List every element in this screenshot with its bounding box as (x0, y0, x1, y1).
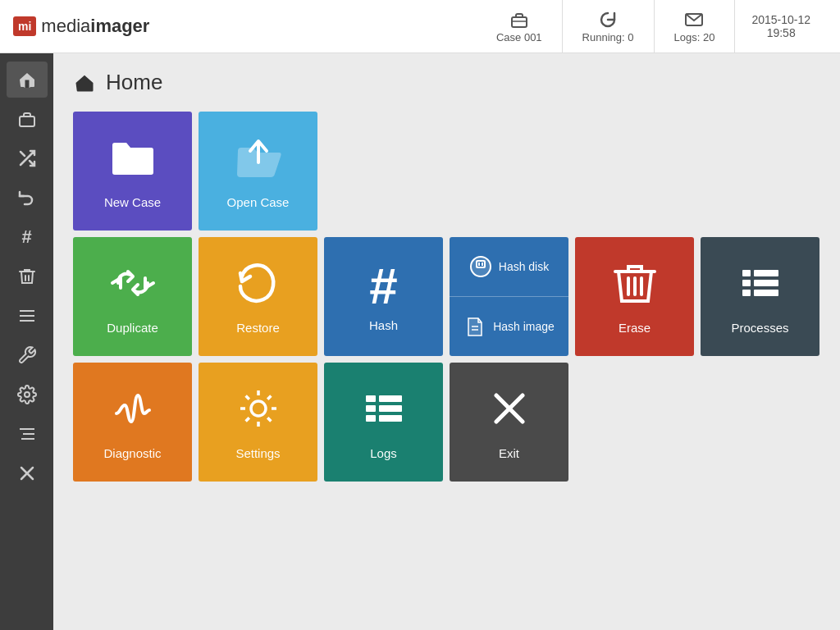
duplicate-svg (108, 258, 158, 308)
header: mi mediaimager Case 001 Running: 0 (0, 0, 840, 53)
exit-icon (485, 384, 534, 440)
svg-rect-37 (379, 405, 402, 412)
svg-rect-36 (366, 405, 376, 412)
sidebar-item-home[interactable] (7, 62, 48, 98)
logs-indicator[interactable]: Logs: 20 (655, 0, 736, 53)
duplicate-tile[interactable]: Duplicate (73, 237, 192, 356)
hash-sidebar-icon: # (21, 226, 31, 248)
svg-rect-5 (20, 315, 34, 317)
page-title: Home (106, 70, 162, 95)
running-icon (598, 10, 618, 30)
exit-label: Exit (499, 446, 519, 460)
sidebar-item-trash[interactable] (7, 258, 48, 294)
open-case-label: Open Case (227, 195, 290, 209)
svg-rect-19 (478, 262, 480, 266)
logs-tile-label: Logs (370, 446, 397, 460)
svg-rect-27 (742, 270, 751, 276)
logo-text: mediaimager (41, 16, 149, 37)
trash-sidebar-icon (17, 267, 37, 286)
case-label: Case 001 (496, 31, 542, 43)
svg-rect-32 (754, 290, 778, 296)
open-case-svg (234, 133, 283, 182)
running-indicator[interactable]: Running: 0 (563, 0, 655, 53)
logs-icon (684, 10, 704, 30)
svg-rect-29 (742, 280, 751, 286)
diagnostic-svg (108, 384, 158, 433)
processes-icon (736, 258, 785, 314)
new-case-svg (108, 133, 158, 182)
sidebar-item-list-indent[interactable] (7, 416, 48, 452)
hash-image-icon (463, 315, 486, 338)
exit-tile[interactable]: Exit (450, 363, 568, 482)
restore-label: Restore (236, 321, 280, 335)
logo-icon: mi (13, 16, 36, 36)
hash-image-label: Hash image (493, 320, 555, 333)
open-case-icon (234, 133, 283, 189)
shuffle-icon (17, 148, 37, 168)
hash-label: Hash (369, 318, 398, 332)
undo-icon (17, 188, 37, 208)
sidebar-item-list[interactable] (7, 298, 48, 334)
home-icon (17, 70, 37, 89)
hash-disk-top: Hash disk (450, 237, 568, 297)
svg-rect-39 (379, 415, 402, 422)
diagnostic-tile[interactable]: Diagnostic (73, 363, 192, 482)
sidebar-item-hash[interactable]: # (7, 219, 48, 255)
hash-tile[interactable]: # Hash (324, 237, 443, 356)
restore-icon (234, 258, 283, 314)
tile-row-1: New Case Open Case (73, 112, 820, 231)
sidebar-item-close[interactable] (7, 455, 48, 491)
logs-tile[interactable]: Logs (324, 363, 443, 482)
svg-rect-8 (20, 428, 34, 430)
diagnostic-label: Diagnostic (103, 446, 161, 460)
svg-rect-28 (754, 270, 778, 276)
new-case-tile[interactable]: New Case (73, 112, 192, 231)
open-case-tile[interactable]: Open Case (199, 112, 317, 231)
hash-disk-image-tile[interactable]: Hash disk Hash image (450, 237, 568, 356)
sidebar: # (0, 53, 53, 630)
sidebar-item-wrench[interactable] (7, 337, 48, 373)
svg-rect-30 (754, 280, 778, 286)
close-sidebar-icon (17, 463, 37, 483)
hash-disk-label: Hash disk (499, 260, 549, 273)
sidebar-item-briefcase[interactable] (7, 101, 48, 137)
svg-rect-20 (482, 262, 483, 266)
logs-svg (359, 384, 409, 433)
page-header: Home (73, 70, 820, 95)
hash-disk-icon (469, 255, 492, 278)
main-content: Home New Case (53, 53, 840, 630)
time: 19:58 (767, 26, 796, 39)
date: 2015-10-12 (751, 13, 810, 26)
svg-rect-31 (742, 290, 751, 296)
settings-tile[interactable]: Settings (199, 363, 317, 482)
erase-svg (610, 258, 660, 308)
erase-label: Erase (619, 321, 651, 335)
erase-tile[interactable]: Erase (575, 237, 694, 356)
settings-tile-icon (234, 384, 283, 440)
processes-tile[interactable]: Processes (701, 237, 819, 356)
settings-sidebar-icon (17, 385, 37, 404)
running-label: Running: 0 (582, 31, 634, 43)
processes-svg (736, 258, 785, 308)
restore-tile[interactable]: Restore (199, 237, 317, 356)
sidebar-item-shuffle[interactable] (7, 140, 48, 176)
hash-icon: # (369, 261, 397, 312)
logs-label: Logs: 20 (674, 31, 715, 43)
new-case-label: New Case (104, 195, 161, 209)
case-indicator[interactable]: Case 001 (477, 0, 563, 53)
sidebar-item-undo[interactable] (7, 180, 48, 216)
tile-grid: New Case Open Case (73, 112, 820, 482)
header-right: Case 001 Running: 0 Logs: 20 2015-10-12 … (477, 0, 827, 53)
home-page-icon (73, 71, 96, 94)
restore-svg (234, 258, 283, 308)
tile-row-2: Duplicate Restore # Hash (73, 237, 820, 356)
svg-rect-6 (20, 320, 34, 322)
wrench-icon (17, 345, 37, 365)
settings-tile-label: Settings (235, 446, 280, 460)
briefcase-icon (509, 10, 529, 30)
svg-rect-10 (21, 438, 34, 440)
settings-svg (234, 384, 283, 433)
datetime: 2015-10-12 19:58 (735, 0, 827, 53)
sidebar-item-settings[interactable] (7, 377, 48, 413)
new-case-icon (108, 133, 158, 189)
